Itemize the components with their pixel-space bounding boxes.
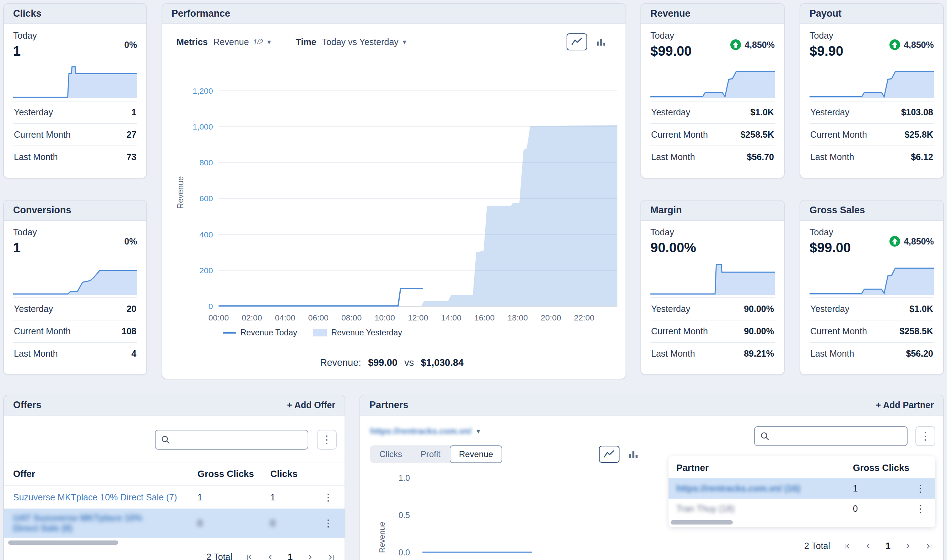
time-dropdown[interactable]: Today vs Yesterday ▾ [322,37,406,47]
partners-card: Partners + Add Partner https://rentracks… [359,395,944,560]
row-menu-button[interactable]: ⋮ [323,491,333,503]
offer-link[interactable]: Suzuverse MKTplace 10% Direct Sale (7) [13,492,177,502]
svg-text:800: 800 [199,158,213,167]
line-chart-toggle-button[interactable] [566,33,587,51]
column-header-partner: Partner [676,462,853,474]
partners-search-row: ⋮ [644,426,935,446]
partner-link[interactable]: Tran Thuy (18) [676,503,734,514]
site-selector-dropdown[interactable]: https://rentracks.com.vn/ [370,426,471,436]
bar-chart-toggle-button[interactable] [623,446,644,463]
card-title: Performance [171,8,230,19]
row-label: Yesterday [14,304,53,314]
trend-up-icon [890,236,900,247]
card-title: Clicks [13,8,42,19]
today-change: 0% [124,236,137,247]
first-page-icon [245,553,254,560]
partners-table-footer: 2 Total 1 [644,534,935,557]
prev-page-button[interactable] [267,553,275,560]
today-value: $99.00 [650,44,692,59]
row-value: 1 [131,107,136,117]
stat-rows: Yesterday$1.0K Current Month$258.5K Last… [650,101,775,168]
row-label: Current Month [14,129,71,140]
stat-body: Today 1 0% Yesterday1 Current Month27 La… [4,24,147,168]
offers-search-row: ⋮ [4,430,345,450]
revenue-card: Revenue Today $99.00 4,850% Yesterday$1.… [640,3,785,178]
chart-type-toggles [599,446,644,463]
total-count: 2 Total [804,541,830,551]
card-header: Performance [162,4,626,24]
row-menu-button[interactable]: ⋮ [915,483,925,494]
row-label: Yesterday [14,107,53,117]
first-page-button[interactable] [245,553,254,560]
partners-search-input[interactable] [754,426,908,446]
row-label: Current Month [651,129,708,140]
current-page[interactable]: 1 [288,552,293,560]
bar-chart-toggle-button[interactable] [591,33,611,51]
svg-text:08:00: 08:00 [341,313,362,322]
row-value: $25.8K [904,129,933,140]
last-page-button[interactable] [925,542,933,551]
partners-table-pane: ⋮ Partner Gross Clicks https://rentracks… [644,415,935,560]
last-page-icon [327,553,335,560]
stat-row: Last Month73 [13,146,137,168]
tab-profit[interactable]: Profit [411,445,450,463]
add-offer-button[interactable]: + Add Offer [287,400,335,410]
stat-row: Last Month$56.20 [810,342,934,365]
stat-row: Current Month90.00% [650,320,775,342]
stat-row: Current Month$25.8K [810,123,934,146]
partner-link[interactable]: https://rentracks.com.vn/ (16) [676,483,800,493]
today-label: Today [810,227,851,237]
svg-text:1,200: 1,200 [193,86,213,95]
dashboard-page: Clicks Today 1 0% Yesterday1 Current Mon… [0,0,947,560]
stat-row: Last Month$56.70 [650,146,775,168]
today-change: 4,850% [890,236,934,247]
stat-row: Yesterday90.00% [650,297,775,320]
offers-search-input[interactable] [155,430,308,450]
row-menu-button[interactable]: ⋮ [323,517,333,529]
summary-label: Revenue: [320,357,361,368]
stat-row: Yesterday$1.0K [650,101,775,123]
next-page-button[interactable] [903,542,912,551]
chart-legend: Revenue Today Revenue Yesterday [223,328,626,337]
chart-type-toggles [566,33,611,51]
scrollbar-thumb[interactable] [8,540,118,545]
metrics-dropdown[interactable]: Revenue 1/2 ▾ [213,37,271,47]
current-page[interactable]: 1 [885,541,890,551]
today-label: Today [13,31,37,41]
scrollbar-thumb[interactable] [671,520,733,525]
stat-row: Last Month4 [13,342,137,365]
bar-chart-icon [628,450,639,459]
partners-menu-button[interactable]: ⋮ [915,426,935,446]
partners-table-header: Partner Gross Clicks [668,456,935,478]
stat-row: Current Month27 [13,123,137,146]
trend-up-icon [730,39,741,50]
add-partner-button[interactable]: + Add Partner [876,400,934,410]
stat-body: Today 1 0% Yesterday20 Current Month108 … [4,221,147,365]
row-menu-button[interactable]: ⋮ [915,503,925,515]
pagination: 1 [843,541,933,551]
performance-toolbar: Metrics Revenue 1/2 ▾ Time Today vs Yest… [177,33,611,51]
card-header: Offers + Add Offer [4,395,345,415]
last-page-button[interactable] [327,553,335,560]
offer-link[interactable]: UAT Suzuverse MKTplace 10% Direct Sale (… [13,513,167,533]
today-label: Today [650,31,692,41]
tab-revenue[interactable]: Revenue [450,445,502,463]
row-label: Current Month [14,326,71,337]
row-label: Last Month [651,349,695,359]
chevron-left-icon [864,542,873,551]
change-text: 4,850% [745,40,775,50]
row-label: Last Month [14,152,58,162]
prev-page-button[interactable] [864,542,873,551]
line-chart-icon [603,450,615,459]
change-text: 4,850% [904,40,934,50]
offers-menu-button[interactable]: ⋮ [317,430,337,450]
card-title: Revenue [650,8,691,19]
sparkline-chart [810,260,934,296]
column-header-gross-clicks: Gross Clicks [853,462,913,474]
stat-body: Today $9.90 4,850% Yesterday$103.08 Curr… [800,24,943,168]
first-page-button[interactable] [843,542,851,551]
line-chart-toggle-button[interactable] [599,446,620,463]
next-page-button[interactable] [305,553,314,560]
offers-table: Offer Gross Clicks Clicks Suzuverse MKTp… [4,462,345,545]
tab-clicks[interactable]: Clicks [370,445,411,463]
